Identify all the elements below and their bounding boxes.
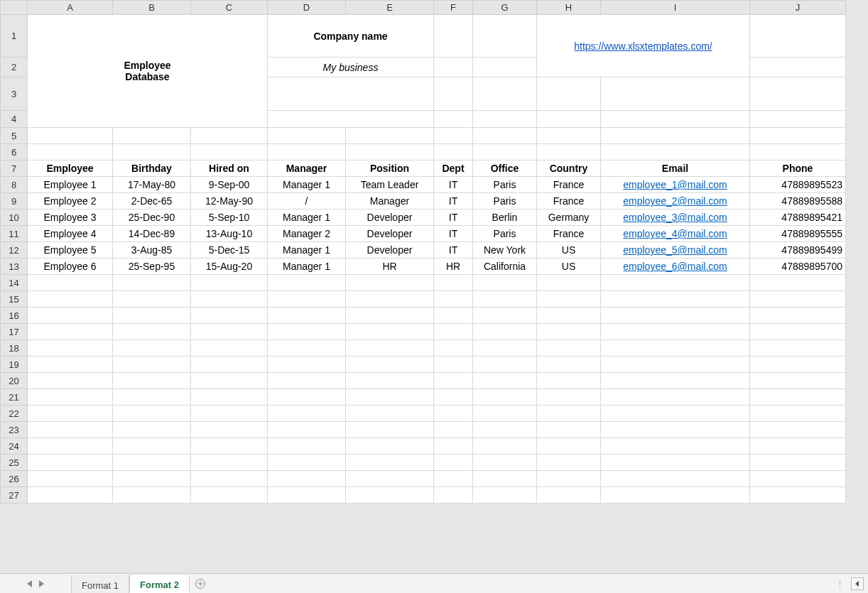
col-header-J[interactable]: J — [750, 1, 846, 15]
hdr-phone[interactable]: Phone — [750, 161, 846, 177]
table-row: 8 Employee 1 17-May-80 9-Sep-00 Manager … — [1, 177, 846, 193]
cell-F3[interactable] — [434, 77, 473, 111]
cell-position[interactable]: Team Leader — [346, 177, 434, 193]
col-header-E[interactable]: E — [346, 1, 434, 15]
row-header-23[interactable]: 23 — [1, 422, 28, 438]
cell-F2[interactable] — [434, 58, 473, 77]
cell-birthday[interactable]: 17-May-80 — [113, 177, 191, 193]
email-link[interactable]: employee_6@mail.com — [623, 261, 727, 272]
col-header-C[interactable]: C — [191, 1, 268, 15]
row-header-14[interactable]: 14 — [1, 275, 28, 291]
cell-G4[interactable] — [473, 111, 537, 128]
spreadsheet-viewport[interactable]: A B C D E F G H I J 1 Employee Database … — [0, 0, 868, 573]
row-header-7[interactable]: 7 — [1, 161, 28, 177]
triangle-left-icon — [855, 581, 860, 587]
row-header-1[interactable]: 1 — [1, 15, 28, 58]
sheet-tab-format-2[interactable]: Format 2 — [129, 575, 190, 593]
hdr-manager[interactable]: Manager — [268, 161, 346, 177]
table-row: 13 Employee 6 25-Sep-95 15-Aug-20 Manage… — [1, 259, 846, 275]
company-name-label[interactable]: Company name — [268, 15, 434, 58]
email-link[interactable]: employee_4@mail.com — [623, 228, 727, 239]
cell-name[interactable]: Employee 1 — [28, 177, 113, 193]
row-header-10[interactable]: 10 — [1, 210, 28, 226]
cell-J3[interactable] — [750, 77, 846, 111]
purple-band[interactable] — [268, 77, 434, 111]
title-block[interactable]: Employee Database — [28, 15, 268, 128]
cell-F4[interactable] — [434, 111, 473, 128]
row-header-19[interactable]: 19 — [1, 357, 28, 373]
email-link[interactable]: employee_5@mail.com — [623, 244, 727, 256]
col-header-A[interactable]: A — [28, 1, 113, 15]
email-link[interactable]: employee_2@mail.com — [623, 195, 727, 207]
col-header-B[interactable]: B — [113, 1, 191, 15]
cell-office[interactable]: Paris — [473, 177, 537, 193]
hdr-position[interactable]: Position — [346, 161, 434, 177]
hdr-email[interactable]: Email — [601, 161, 750, 177]
add-sheet-button[interactable] — [190, 574, 211, 593]
cell-I3[interactable] — [601, 77, 750, 111]
cell-F1[interactable] — [434, 15, 473, 58]
cell-J1[interactable] — [750, 15, 846, 58]
row-header-3[interactable]: 3 — [1, 77, 28, 111]
cell-country[interactable]: France — [537, 177, 601, 193]
col-header-H[interactable]: H — [537, 1, 601, 15]
row-header-20[interactable]: 20 — [1, 373, 28, 389]
spreadsheet-grid: A B C D E F G H I J 1 Employee Database … — [0, 0, 846, 504]
cell-G2[interactable] — [473, 58, 537, 77]
row-header-21[interactable]: 21 — [1, 389, 28, 406]
row-header-15[interactable]: 15 — [1, 291, 28, 308]
sheet-tab-format-1[interactable]: Format 1 — [71, 575, 129, 593]
cell-G1[interactable] — [473, 15, 537, 58]
col-header-D[interactable]: D — [268, 1, 346, 15]
cell-email[interactable]: employee_1@mail.com — [601, 177, 750, 193]
company-name-value[interactable]: My business — [268, 58, 434, 77]
row-header-8[interactable]: 8 — [1, 177, 28, 193]
hdr-hired-on[interactable]: Hired on — [191, 161, 268, 177]
hdr-employee[interactable]: Employee — [28, 161, 113, 177]
row-header-11[interactable]: 11 — [1, 226, 28, 242]
cell-A5[interactable] — [28, 128, 113, 144]
col-header-G[interactable]: G — [473, 1, 537, 15]
cell-A6[interactable] — [28, 144, 113, 161]
cell-J2[interactable] — [750, 58, 846, 77]
cell-G3[interactable] — [473, 77, 537, 111]
row-header-16[interactable]: 16 — [1, 308, 28, 324]
hdr-dept[interactable]: Dept — [434, 161, 473, 177]
white-band[interactable] — [268, 111, 434, 128]
row-header-13[interactable]: 13 — [1, 259, 28, 275]
row-header-18[interactable]: 18 — [1, 340, 28, 357]
tab-nav-buttons[interactable] — [0, 574, 71, 593]
row-header-4[interactable]: 4 — [1, 111, 28, 128]
row-header-22[interactable]: 22 — [1, 406, 28, 422]
row-header-6[interactable]: 6 — [1, 144, 28, 161]
row-header-2[interactable]: 2 — [1, 58, 28, 77]
hdr-country[interactable]: Country — [537, 161, 601, 177]
row-header-17[interactable]: 17 — [1, 324, 28, 340]
row-header-12[interactable]: 12 — [1, 242, 28, 259]
email-link[interactable]: employee_1@mail.com — [623, 179, 727, 190]
tab-drag-handle-icon[interactable]: ⋮ — [835, 578, 845, 589]
row-header-26[interactable]: 26 — [1, 471, 28, 487]
cell-dept[interactable]: IT — [434, 177, 473, 193]
cell-H3[interactable] — [537, 77, 601, 111]
cell-I4[interactable] — [601, 111, 750, 128]
hdr-birthday[interactable]: Birthday — [113, 161, 191, 177]
external-link-cell[interactable]: https://www.xlsxtemplates.com/ — [537, 15, 750, 77]
cell-phone[interactable]: 47889895523 — [750, 177, 846, 193]
row-header-9[interactable]: 9 — [1, 193, 28, 210]
hscroll-left-button[interactable] — [851, 577, 864, 590]
col-header-I[interactable]: I — [601, 1, 750, 15]
row-header-25[interactable]: 25 — [1, 455, 28, 471]
cell-J4[interactable] — [750, 111, 846, 128]
row-header-5[interactable]: 5 — [1, 128, 28, 144]
row-header-27[interactable]: 27 — [1, 487, 28, 504]
row-header-24[interactable]: 24 — [1, 438, 28, 455]
cell-H4[interactable] — [537, 111, 601, 128]
hdr-office[interactable]: Office — [473, 161, 537, 177]
external-link[interactable]: https://www.xlsxtemplates.com/ — [574, 40, 712, 52]
select-all-corner[interactable] — [1, 1, 28, 15]
cell-hired[interactable]: 9-Sep-00 — [191, 177, 268, 193]
email-link[interactable]: employee_3@mail.com — [623, 212, 727, 223]
cell-manager[interactable]: Manager 1 — [268, 177, 346, 193]
col-header-F[interactable]: F — [434, 1, 473, 15]
